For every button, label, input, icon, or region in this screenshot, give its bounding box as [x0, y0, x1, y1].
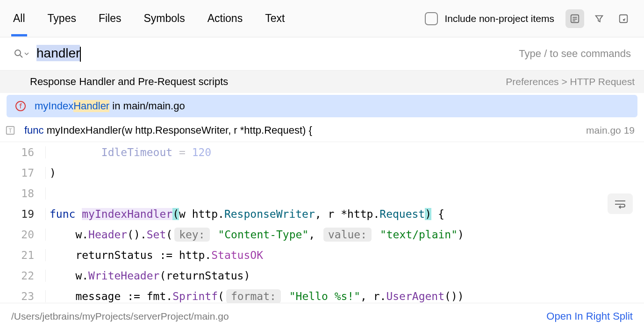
code-line-21: 21 returnStatus := http.StatusOK	[0, 245, 644, 265]
tab-types[interactable]: Types	[46, 1, 78, 36]
gutter-23: 23	[0, 290, 46, 302]
soft-wrap-button[interactable]	[608, 193, 633, 214]
editor-preview: 16 IdleTimeout = 120 17 ) 18 19 func myI…	[0, 142, 644, 307]
code-line-17: 17 )	[0, 163, 644, 183]
gutter-17: 17	[0, 167, 46, 179]
result-preferences[interactable]: Response Handler and Pre-Request scripts…	[0, 71, 644, 93]
tab-symbols[interactable]: Symbols	[142, 1, 187, 36]
tab-files[interactable]: Files	[97, 1, 123, 36]
tab-actions[interactable]: Actions	[206, 1, 244, 36]
footer-file-path: /Users/jetbrains/myProjects/serverProjec…	[11, 311, 229, 322]
function-icon: f	[14, 100, 27, 113]
open-in-tool-window-button[interactable]	[614, 9, 633, 28]
gutter-19: 19	[0, 208, 46, 220]
result-decl-keyword: func	[24, 124, 44, 136]
result-preferences-location: Preferences > HTTP Request	[506, 76, 635, 87]
code-line-18: 18	[0, 183, 644, 204]
result-fn-prefix: myIndex	[35, 100, 73, 112]
gutter-21: 21	[0, 249, 46, 261]
tab-text[interactable]: Text	[263, 1, 286, 36]
search-hint: Type / to see commands	[519, 48, 631, 60]
code-line-16: 16 IdleTimeout = 120	[0, 142, 644, 163]
result-decl-location: main.go 19	[586, 125, 635, 136]
code-line-20: 20 w.Header().Set(key: "Content-Type", v…	[0, 224, 644, 245]
gutter-22: 22	[0, 270, 46, 282]
result-function[interactable]: f myIndexHandler in main/main.go	[7, 95, 637, 117]
svg-line-6	[20, 55, 22, 57]
svg-rect-4	[620, 14, 628, 22]
footer-bar: /Users/jetbrains/myProjects/serverProjec…	[0, 303, 644, 329]
result-fn-match: Handler	[73, 100, 109, 112]
svg-text:f: f	[19, 102, 22, 110]
filter-button[interactable]	[590, 9, 608, 28]
result-preferences-label: Response Handler and Pre-Request scripts	[30, 76, 228, 88]
result-decl-signature: myIndexHandler(w http.ResponseWriter, r …	[44, 124, 312, 136]
tab-all[interactable]: All	[11, 1, 27, 36]
result-fn-location: in main/main.go	[109, 100, 185, 112]
code-line-22: 22 w.WriteHeader(returnStatus)	[0, 265, 644, 286]
text-symbol-icon: T	[4, 124, 17, 137]
search-tabs-bar: All Types Files Symbols Actions Text Inc…	[0, 0, 644, 37]
include-nonproject-checkbox[interactable]: Include non-project items	[425, 12, 554, 25]
checkbox-icon[interactable]	[425, 12, 438, 25]
preview-toggle-button[interactable]	[565, 9, 584, 28]
search-input[interactable]: handler	[36, 46, 81, 62]
include-nonproject-label: Include non-project items	[444, 13, 554, 24]
svg-text:T: T	[8, 127, 12, 134]
result-declaration[interactable]: T func myIndexHandler(w http.ResponseWri…	[0, 119, 644, 142]
gutter-18: 18	[0, 187, 46, 200]
code-line-19: 19 func myIndexHandler(w http.ResponseWr…	[0, 204, 644, 224]
svg-point-5	[15, 50, 21, 56]
search-row: handler Type / to see commands	[0, 37, 644, 71]
search-tabs: All Types Files Symbols Actions Text	[11, 1, 286, 36]
gutter-16: 16	[0, 146, 46, 158]
gutter-20: 20	[0, 229, 46, 241]
open-right-split-link[interactable]: Open In Right Split	[546, 310, 633, 322]
search-icon	[13, 48, 29, 59]
